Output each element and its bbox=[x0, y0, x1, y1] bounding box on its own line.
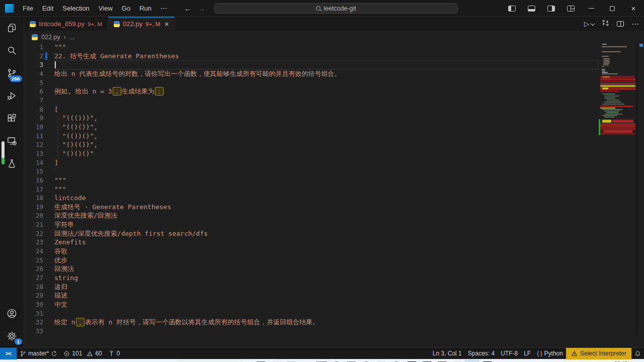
run-python-file-button[interactable]: ▷ bbox=[584, 20, 594, 28]
activity-source-control-icon[interactable]: 266 bbox=[0, 62, 24, 84]
toggle-panel-icon[interactable] bbox=[528, 6, 535, 12]
command-center-search[interactable]: leetcode-git bbox=[214, 3, 458, 14]
close-tab-icon[interactable]: × bbox=[165, 20, 169, 28]
line-number: 13 bbox=[24, 149, 54, 158]
taskbar-desktop-peek-icon[interactable] bbox=[253, 359, 268, 362]
more-actions-icon[interactable]: ⋯ bbox=[631, 20, 639, 29]
minimap[interactable] bbox=[599, 43, 638, 336]
code-line[interactable]: 3 bbox=[24, 60, 599, 69]
toggle-secondary-sidebar-icon[interactable] bbox=[547, 6, 555, 12]
eol-sequence[interactable]: LF bbox=[521, 348, 534, 359]
taskbar-screen-share-icon[interactable] bbox=[449, 359, 464, 362]
menu-item-view[interactable]: View bbox=[94, 0, 117, 17]
taskbar-edge-icon[interactable] bbox=[389, 359, 404, 362]
taskbar-task-manager-icon[interactable] bbox=[268, 359, 283, 362]
code-line[interactable]: 7 bbox=[24, 96, 599, 105]
code-line[interactable]: 27string bbox=[24, 274, 599, 283]
code-line[interactable]: 18lintcode bbox=[24, 194, 599, 203]
code-line[interactable]: 10 "(()())", bbox=[24, 123, 599, 132]
code-line[interactable]: 33 bbox=[24, 327, 599, 336]
code-line[interactable]: 21字符串 bbox=[24, 220, 599, 229]
menu-item-go[interactable]: Go bbox=[117, 0, 135, 17]
code-line[interactable]: 31 bbox=[24, 309, 599, 318]
code-line[interactable]: 13 "()()()" bbox=[24, 149, 599, 158]
sync-icon[interactable] bbox=[51, 350, 57, 357]
minimize-button[interactable] bbox=[581, 0, 602, 17]
code-line[interactable]: 29描述 bbox=[24, 291, 599, 300]
activity-search-icon[interactable] bbox=[0, 39, 24, 62]
code-line[interactable]: 26回溯法 bbox=[24, 264, 599, 274]
menu-item-run[interactable]: Run bbox=[135, 0, 156, 17]
code-line[interactable]: 25优步 bbox=[24, 256, 599, 265]
code-editor[interactable]: 1"""222. 括号生成 Generate Parentheses34给出 n… bbox=[24, 43, 644, 336]
code-line[interactable]: 28递归 bbox=[24, 283, 599, 292]
run-dropdown-icon[interactable] bbox=[591, 21, 595, 25]
activity-extensions-icon[interactable] bbox=[0, 107, 24, 130]
code-line[interactable]: 12 "()(())", bbox=[24, 140, 599, 149]
taskbar-sublime-text-icon[interactable]: S bbox=[419, 359, 434, 362]
activity-settings-gear-icon[interactable]: 1 bbox=[0, 325, 24, 347]
ports-status[interactable]: 0 bbox=[105, 348, 123, 359]
code-line[interactable]: 9 "((()))", bbox=[24, 114, 599, 123]
navigate-forward-icon[interactable]: → bbox=[198, 4, 205, 13]
taskbar-capcut-icon[interactable] bbox=[479, 359, 495, 362]
code-line[interactable]: 6例如, 给出 n = 3，生成结果为： bbox=[24, 87, 599, 96]
encoding[interactable]: UTF-8 bbox=[498, 348, 521, 359]
maximize-button[interactable] bbox=[602, 0, 623, 17]
activity-run-debug-icon[interactable] bbox=[0, 84, 24, 107]
editor-tab-lintcode_859.py[interactable]: lintcode_859.py9+, M bbox=[24, 17, 108, 31]
breadcrumb-more[interactable]: ... bbox=[69, 34, 74, 41]
taskbar-chrome-icon[interactable] bbox=[359, 359, 374, 362]
taskbar-snipping-tool-icon[interactable]: ✂ bbox=[464, 359, 479, 362]
breadcrumb[interactable]: 022.py › ... bbox=[24, 31, 644, 43]
taskbar-file-explorer-icon[interactable] bbox=[283, 359, 298, 362]
toggle-sidebar-icon[interactable] bbox=[508, 6, 516, 12]
select-interpreter-button[interactable]: Select Interpreter bbox=[566, 348, 631, 359]
taskbar-vscode-icon[interactable] bbox=[313, 359, 329, 362]
notifications-bell[interactable] bbox=[631, 348, 644, 359]
taskbar-word-icon[interactable]: W bbox=[434, 359, 449, 362]
open-changes-icon[interactable] bbox=[602, 19, 609, 29]
taskbar-terminal-icon[interactable]: >_ bbox=[404, 359, 419, 362]
remote-indicator[interactable]: >< bbox=[0, 348, 17, 359]
code-line[interactable]: 20深度优先搜索/回溯法 bbox=[24, 211, 599, 220]
taskbar-meeting-app-icon[interactable] bbox=[374, 359, 389, 362]
code-line[interactable]: 22回溯法/深度优先搜索/depth first search/dfs bbox=[24, 229, 599, 238]
activity-explorer-icon[interactable] bbox=[0, 17, 24, 39]
taskbar-netease-music-icon[interactable]: ♪ bbox=[329, 359, 344, 362]
code-line[interactable]: 19生成括号 · Generate Parentheses bbox=[24, 203, 599, 212]
code-line[interactable]: 15 bbox=[24, 167, 599, 176]
menu-item-selection[interactable]: Selection bbox=[58, 0, 94, 17]
split-editor-icon[interactable] bbox=[617, 21, 624, 27]
menu-item-edit[interactable]: Edit bbox=[38, 0, 58, 17]
code-line[interactable]: 23Zenefits bbox=[24, 238, 599, 247]
close-button[interactable]: × bbox=[623, 0, 644, 17]
cursor-position[interactable]: Ln 3, Col 1 bbox=[430, 348, 465, 359]
customize-layout-icon[interactable] bbox=[567, 6, 575, 12]
activity-account-icon[interactable] bbox=[0, 302, 24, 325]
language-mode[interactable]: { } Python bbox=[534, 348, 566, 359]
code-line[interactable]: 32给定 n，表示有 n 对括号，请写一个函数以将其生成所有的括号组合，并返回组… bbox=[24, 318, 599, 327]
code-line[interactable]: 1""" bbox=[24, 43, 599, 52]
code-line[interactable]: 222. 括号生成 Generate Parentheses bbox=[24, 52, 599, 61]
indentation[interactable]: Spaces: 4 bbox=[465, 348, 498, 359]
code-line[interactable]: 30中文 bbox=[24, 300, 599, 309]
code-line[interactable]: 24谷歌 bbox=[24, 247, 599, 256]
menu-item-file[interactable]: File bbox=[18, 0, 38, 17]
code-line[interactable]: 17""" bbox=[24, 185, 599, 194]
taskbar-settings-icon[interactable]: ⚙ bbox=[298, 359, 313, 362]
editor-tab-022.py[interactable]: 022.py9+, M× bbox=[108, 17, 175, 31]
problems-status[interactable]: 101 60 bbox=[60, 348, 105, 359]
editor-scrollbar[interactable] bbox=[638, 43, 644, 336]
code-line[interactable]: 11 "(())()", bbox=[24, 132, 599, 141]
git-branch-status[interactable]: master* bbox=[17, 348, 60, 359]
taskbar-wechat-icon[interactable] bbox=[344, 359, 359, 362]
code-line[interactable]: 5 bbox=[24, 78, 599, 87]
breadcrumb-file[interactable]: 022.py bbox=[41, 34, 60, 41]
navigate-back-icon[interactable]: ← bbox=[184, 4, 192, 13]
code-line[interactable]: 4给出 n 代表生成括号的对数，请你写出一个函数，使其能够生成所有可能的并且有效… bbox=[24, 69, 599, 78]
menu-item-more[interactable]: ⋯ bbox=[156, 0, 172, 17]
code-line[interactable]: 8[ bbox=[24, 105, 599, 114]
code-line[interactable]: 14] bbox=[24, 158, 599, 167]
code-line[interactable]: 16""" bbox=[24, 176, 599, 185]
